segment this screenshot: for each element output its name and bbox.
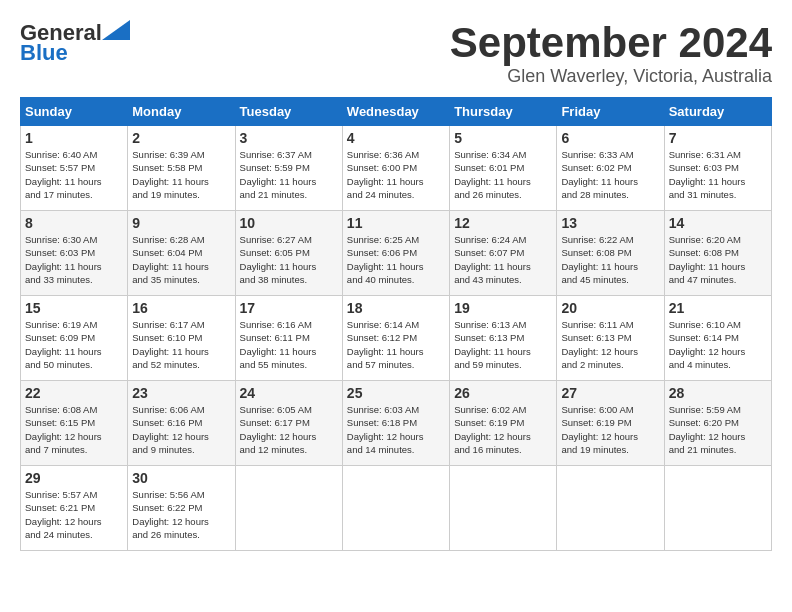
col-monday: Monday: [128, 98, 235, 126]
day-number: 7: [669, 130, 767, 146]
cell-content: Sunrise: 6:36 AMSunset: 6:00 PMDaylight:…: [347, 148, 445, 201]
cell-content: Sunrise: 6:08 AMSunset: 6:15 PMDaylight:…: [25, 403, 123, 456]
table-row: 14Sunrise: 6:20 AMSunset: 6:08 PMDayligh…: [664, 211, 771, 296]
day-number: 21: [669, 300, 767, 316]
table-row: 24Sunrise: 6:05 AMSunset: 6:17 PMDayligh…: [235, 381, 342, 466]
table-row: 19Sunrise: 6:13 AMSunset: 6:13 PMDayligh…: [450, 296, 557, 381]
day-number: 3: [240, 130, 338, 146]
cell-content: Sunrise: 6:06 AMSunset: 6:16 PMDaylight:…: [132, 403, 230, 456]
table-row: 22Sunrise: 6:08 AMSunset: 6:15 PMDayligh…: [21, 381, 128, 466]
table-row: 23Sunrise: 6:06 AMSunset: 6:16 PMDayligh…: [128, 381, 235, 466]
page-header: General Blue September 2024 Glen Waverle…: [20, 20, 772, 87]
cell-content: Sunrise: 6:27 AMSunset: 6:05 PMDaylight:…: [240, 233, 338, 286]
cell-content: Sunrise: 6:19 AMSunset: 6:09 PMDaylight:…: [25, 318, 123, 371]
table-row: 3Sunrise: 6:37 AMSunset: 5:59 PMDaylight…: [235, 126, 342, 211]
day-number: 18: [347, 300, 445, 316]
cell-content: Sunrise: 6:28 AMSunset: 6:04 PMDaylight:…: [132, 233, 230, 286]
cell-content: Sunrise: 5:56 AMSunset: 6:22 PMDaylight:…: [132, 488, 230, 541]
title-area: September 2024 Glen Waverley, Victoria, …: [450, 20, 772, 87]
day-number: 8: [25, 215, 123, 231]
day-number: 27: [561, 385, 659, 401]
day-number: 12: [454, 215, 552, 231]
table-row: [450, 466, 557, 551]
cell-content: Sunrise: 6:00 AMSunset: 6:19 PMDaylight:…: [561, 403, 659, 456]
day-number: 20: [561, 300, 659, 316]
cell-content: Sunrise: 6:17 AMSunset: 6:10 PMDaylight:…: [132, 318, 230, 371]
day-number: 11: [347, 215, 445, 231]
day-number: 30: [132, 470, 230, 486]
cell-content: Sunrise: 6:03 AMSunset: 6:18 PMDaylight:…: [347, 403, 445, 456]
day-number: 4: [347, 130, 445, 146]
table-row: 17Sunrise: 6:16 AMSunset: 6:11 PMDayligh…: [235, 296, 342, 381]
table-row: 27Sunrise: 6:00 AMSunset: 6:19 PMDayligh…: [557, 381, 664, 466]
cell-content: Sunrise: 6:34 AMSunset: 6:01 PMDaylight:…: [454, 148, 552, 201]
cell-content: Sunrise: 6:02 AMSunset: 6:19 PMDaylight:…: [454, 403, 552, 456]
table-row: [664, 466, 771, 551]
table-row: 1Sunrise: 6:40 AMSunset: 5:57 PMDaylight…: [21, 126, 128, 211]
table-row: 10Sunrise: 6:27 AMSunset: 6:05 PMDayligh…: [235, 211, 342, 296]
day-number: 22: [25, 385, 123, 401]
day-number: 24: [240, 385, 338, 401]
col-saturday: Saturday: [664, 98, 771, 126]
day-number: 17: [240, 300, 338, 316]
logo-blue: Blue: [20, 40, 68, 66]
day-number: 28: [669, 385, 767, 401]
logo: General Blue: [20, 20, 130, 66]
location-title: Glen Waverley, Victoria, Australia: [450, 66, 772, 87]
table-row: [342, 466, 449, 551]
cell-content: Sunrise: 6:33 AMSunset: 6:02 PMDaylight:…: [561, 148, 659, 201]
day-number: 6: [561, 130, 659, 146]
day-number: 14: [669, 215, 767, 231]
day-number: 26: [454, 385, 552, 401]
day-number: 19: [454, 300, 552, 316]
svg-marker-0: [102, 20, 130, 40]
table-row: 5Sunrise: 6:34 AMSunset: 6:01 PMDaylight…: [450, 126, 557, 211]
day-number: 25: [347, 385, 445, 401]
day-number: 9: [132, 215, 230, 231]
cell-content: Sunrise: 6:20 AMSunset: 6:08 PMDaylight:…: [669, 233, 767, 286]
table-row: 15Sunrise: 6:19 AMSunset: 6:09 PMDayligh…: [21, 296, 128, 381]
cell-content: Sunrise: 6:10 AMSunset: 6:14 PMDaylight:…: [669, 318, 767, 371]
cell-content: Sunrise: 6:24 AMSunset: 6:07 PMDaylight:…: [454, 233, 552, 286]
table-row: 6Sunrise: 6:33 AMSunset: 6:02 PMDaylight…: [557, 126, 664, 211]
month-title: September 2024: [450, 20, 772, 66]
day-number: 10: [240, 215, 338, 231]
day-number: 5: [454, 130, 552, 146]
day-number: 2: [132, 130, 230, 146]
table-row: [557, 466, 664, 551]
table-row: 25Sunrise: 6:03 AMSunset: 6:18 PMDayligh…: [342, 381, 449, 466]
table-row: 4Sunrise: 6:36 AMSunset: 6:00 PMDaylight…: [342, 126, 449, 211]
day-number: 15: [25, 300, 123, 316]
day-number: 16: [132, 300, 230, 316]
day-number: 13: [561, 215, 659, 231]
cell-content: Sunrise: 6:25 AMSunset: 6:06 PMDaylight:…: [347, 233, 445, 286]
table-row: 30Sunrise: 5:56 AMSunset: 6:22 PMDayligh…: [128, 466, 235, 551]
cell-content: Sunrise: 5:59 AMSunset: 6:20 PMDaylight:…: [669, 403, 767, 456]
cell-content: Sunrise: 6:14 AMSunset: 6:12 PMDaylight:…: [347, 318, 445, 371]
table-row: 28Sunrise: 5:59 AMSunset: 6:20 PMDayligh…: [664, 381, 771, 466]
cell-content: Sunrise: 5:57 AMSunset: 6:21 PMDaylight:…: [25, 488, 123, 541]
table-row: 13Sunrise: 6:22 AMSunset: 6:08 PMDayligh…: [557, 211, 664, 296]
cell-content: Sunrise: 6:40 AMSunset: 5:57 PMDaylight:…: [25, 148, 123, 201]
table-row: 29Sunrise: 5:57 AMSunset: 6:21 PMDayligh…: [21, 466, 128, 551]
col-friday: Friday: [557, 98, 664, 126]
table-row: 20Sunrise: 6:11 AMSunset: 6:13 PMDayligh…: [557, 296, 664, 381]
cell-content: Sunrise: 6:05 AMSunset: 6:17 PMDaylight:…: [240, 403, 338, 456]
day-number: 23: [132, 385, 230, 401]
table-row: 12Sunrise: 6:24 AMSunset: 6:07 PMDayligh…: [450, 211, 557, 296]
col-sunday: Sunday: [21, 98, 128, 126]
table-row: 2Sunrise: 6:39 AMSunset: 5:58 PMDaylight…: [128, 126, 235, 211]
table-row: 7Sunrise: 6:31 AMSunset: 6:03 PMDaylight…: [664, 126, 771, 211]
table-row: [235, 466, 342, 551]
table-row: 9Sunrise: 6:28 AMSunset: 6:04 PMDaylight…: [128, 211, 235, 296]
table-row: 11Sunrise: 6:25 AMSunset: 6:06 PMDayligh…: [342, 211, 449, 296]
table-row: 8Sunrise: 6:30 AMSunset: 6:03 PMDaylight…: [21, 211, 128, 296]
cell-content: Sunrise: 6:22 AMSunset: 6:08 PMDaylight:…: [561, 233, 659, 286]
table-row: 26Sunrise: 6:02 AMSunset: 6:19 PMDayligh…: [450, 381, 557, 466]
table-row: 18Sunrise: 6:14 AMSunset: 6:12 PMDayligh…: [342, 296, 449, 381]
cell-content: Sunrise: 6:16 AMSunset: 6:11 PMDaylight:…: [240, 318, 338, 371]
calendar-table: Sunday Monday Tuesday Wednesday Thursday…: [20, 97, 772, 551]
table-row: 21Sunrise: 6:10 AMSunset: 6:14 PMDayligh…: [664, 296, 771, 381]
day-number: 1: [25, 130, 123, 146]
cell-content: Sunrise: 6:11 AMSunset: 6:13 PMDaylight:…: [561, 318, 659, 371]
